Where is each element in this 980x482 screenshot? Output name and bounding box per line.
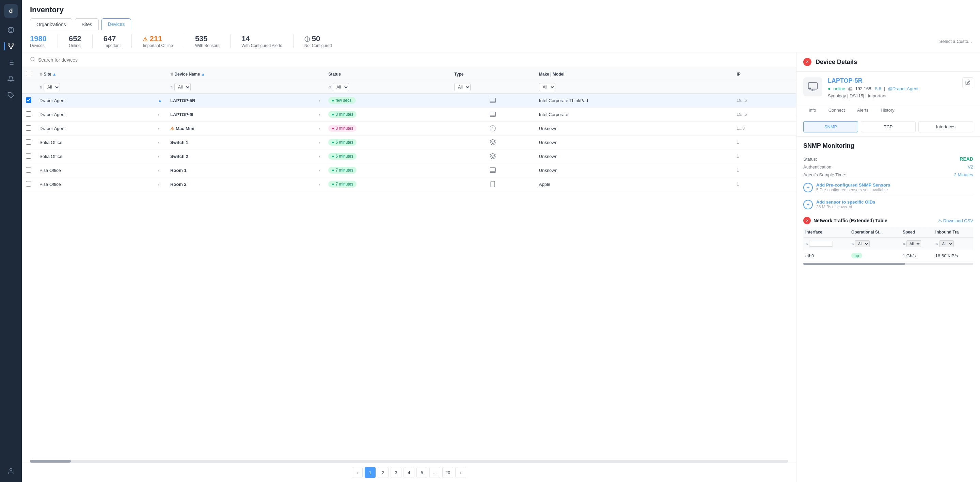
filter-make[interactable]: All (539, 83, 555, 91)
row-checkbox[interactable] (26, 97, 31, 103)
expand-arrow[interactable]: › (158, 182, 159, 187)
expand-arrow[interactable]: ▲ (158, 98, 162, 103)
row-make: Unknown (535, 150, 733, 163)
stat-divider-3 (131, 34, 132, 48)
panel-tab-alerts[interactable]: Alerts (852, 104, 874, 117)
tab-organizations[interactable]: Organizations (30, 18, 72, 30)
panel-subtab-interfaces[interactable]: Interfaces (918, 121, 973, 132)
sidebar-item-list[interactable] (4, 56, 18, 70)
prev-page-button[interactable]: ‹ (352, 467, 363, 478)
row-expand-btn[interactable]: › (154, 135, 166, 150)
content-area: ⇅ Site ▲ ⇅ Device Name ▲ Status (22, 52, 980, 482)
panel-scrollbar[interactable] (803, 263, 973, 265)
snmp-status-value: READ (959, 156, 973, 162)
edit-button[interactable] (962, 77, 973, 88)
filter-inbound[interactable]: All (939, 240, 954, 247)
stat-important-offline: ⚠ 211 Important Offline (143, 34, 173, 48)
page-btn-4[interactable]: 4 (404, 467, 414, 478)
page-btn-5[interactable]: 5 (417, 467, 427, 478)
stat-devices: 1980 Devices (30, 34, 47, 48)
device-info: LAPTOP-5R ● online @192.168.5.8 | @Drape… (797, 72, 980, 104)
row-checkbox[interactable] (26, 153, 31, 159)
filter-type[interactable]: All (454, 83, 471, 91)
row-site: Draper Agent (35, 108, 154, 121)
row-expand-btn[interactable]: ▲ (154, 94, 166, 108)
row-expand-btn[interactable]: › (154, 163, 166, 177)
filter-icon: ▲ (52, 72, 57, 76)
panel-close-button[interactable]: ✕ (803, 58, 811, 66)
status-online-icon: ● (332, 98, 334, 103)
add-oid-icon: + (803, 200, 813, 209)
row-expand-btn2[interactable]: › (315, 121, 324, 135)
table-row: Sofia Office › Switch 1 › ●6 minutes Unk… (22, 135, 796, 150)
panel-subtab-tcp[interactable]: TCP (861, 121, 916, 132)
filter-status[interactable]: All (332, 83, 349, 91)
page-btn-3[interactable]: 3 (391, 467, 401, 478)
row-expand-btn2[interactable]: › (315, 94, 324, 108)
svg-rect-30 (491, 181, 495, 187)
expand-arrow[interactable]: › (158, 112, 159, 117)
expand-arrow[interactable]: › (158, 126, 159, 131)
sidebar-item-puzzle[interactable] (4, 89, 18, 102)
sort-icon-name: ⇅ (170, 72, 173, 76)
page-btn-dots[interactable]: ... (430, 467, 440, 478)
expand-arrow[interactable]: › (158, 140, 159, 145)
device-name-link[interactable]: LAPTOP-5R (828, 77, 862, 84)
snmp-auth-value[interactable]: V2 (968, 164, 973, 170)
filter-interface-input[interactable] (809, 241, 833, 247)
row-status: ●7 minutes (324, 177, 450, 191)
page-btn-2[interactable]: 2 (378, 467, 388, 478)
page-btn-20[interactable]: 20 (442, 467, 453, 478)
next-page-button[interactable]: › (455, 467, 466, 478)
panel-tab-history[interactable]: History (875, 104, 900, 117)
panel-tab-connect[interactable]: Connect (823, 104, 850, 117)
device-importance: Important (868, 93, 886, 99)
row-expand-btn2[interactable]: › (315, 163, 324, 177)
filter-site[interactable]: All (44, 83, 60, 91)
row-ip: 19...6 (733, 108, 797, 121)
horizontal-scrollbar[interactable] (30, 460, 788, 463)
row-checkbox[interactable] (26, 167, 31, 173)
row-expand-btn[interactable]: › (154, 121, 166, 135)
stat-not-configured: ⓘ 50 Not Configured (304, 34, 332, 48)
sidebar-logo[interactable]: d (4, 4, 18, 18)
sidebar-item-globe[interactable] (4, 23, 18, 37)
svg-marker-27 (490, 154, 495, 156)
add-snmp-sensors-row[interactable]: + Add Pre-configured SNMP Sensors 5 Pre-… (803, 179, 973, 196)
download-csv-link[interactable]: Download CSV (938, 218, 973, 223)
select-all-checkbox[interactable] (26, 71, 31, 76)
expand-arrow[interactable]: › (158, 168, 159, 173)
row-checkbox[interactable] (26, 139, 31, 145)
panel-tab-info[interactable]: Info (803, 104, 822, 117)
agent-link[interactable]: @Draper Agent (888, 86, 918, 91)
tab-devices[interactable]: Devices (102, 18, 131, 30)
filter-name-container: ⇅ All (170, 83, 310, 91)
panel-scrollbar-thumb (803, 263, 905, 265)
search-input[interactable] (38, 57, 788, 63)
page-btn-1[interactable]: 1 (365, 467, 375, 478)
expand-arrow[interactable]: › (158, 154, 159, 159)
row-expand-btn[interactable]: › (154, 108, 166, 121)
row-expand-btn2[interactable]: › (315, 177, 324, 191)
status-online-icon: ● (332, 154, 334, 159)
row-expand-btn[interactable]: › (154, 177, 166, 191)
select-customer-text[interactable]: Select a Custo... (939, 39, 972, 44)
row-checkbox[interactable] (26, 125, 31, 131)
filter-speed[interactable]: All (907, 240, 921, 247)
sidebar-item-user[interactable] (4, 464, 18, 478)
sidebar-item-bell[interactable] (4, 72, 18, 86)
row-expand-btn2[interactable]: › (315, 135, 324, 150)
tab-sites[interactable]: Sites (75, 18, 99, 30)
row-checkbox[interactable] (26, 181, 31, 186)
row-expand-btn2[interactable]: › (315, 108, 324, 121)
row-expand-btn2[interactable]: › (315, 150, 324, 163)
row-checkbox[interactable] (26, 111, 31, 117)
panel-subtab-snmp[interactable]: SNMP (803, 121, 858, 132)
filter-device-name[interactable]: All (174, 83, 191, 91)
filter-opstatus[interactable]: All (855, 240, 870, 247)
row-expand-btn[interactable]: › (154, 150, 166, 163)
remove-table-icon[interactable]: ✕ (803, 217, 811, 224)
add-oid-sensors-row[interactable]: + Add sensor to specific OIDs 26 MIBs di… (803, 196, 973, 213)
snmp-sample-value[interactable]: 2 Minutes (954, 172, 973, 177)
sidebar-item-network[interactable] (4, 40, 18, 53)
